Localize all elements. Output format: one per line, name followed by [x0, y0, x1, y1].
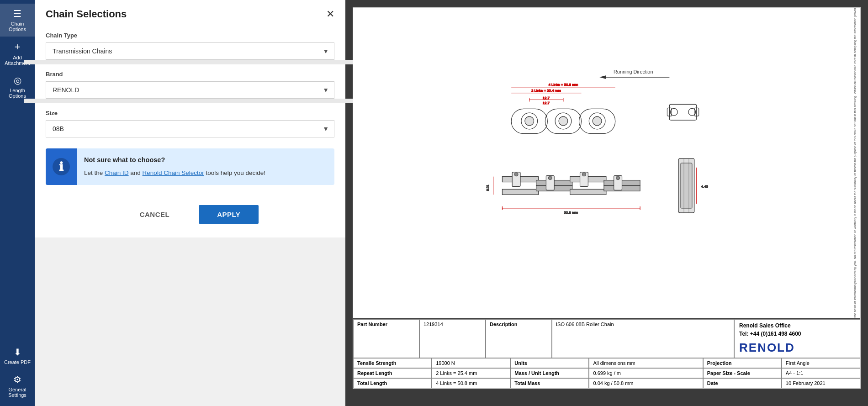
drawing-container: RENOLD Running Direction — [353, 7, 861, 389]
drawing-info-table: Part Number 1219314 Description ISO 606 … — [353, 318, 860, 388]
renold-logo-text: RENOLD — [739, 341, 855, 355]
main-area: Chain Selections ✕ Chain Type Transmissi… — [35, 0, 868, 406]
chain-drawing-svg: Running Direction — [353, 8, 850, 318]
brand-select[interactable]: RENOLD — [46, 81, 334, 99]
svg-text:2 Links = 25.4 mm: 2 Links = 25.4 mm — [531, 89, 561, 93]
tbl-part-number-label: Part Number — [353, 319, 419, 358]
tbl-paper-label: Paper Size - Scale — [703, 368, 782, 378]
svg-marker-1 — [599, 75, 606, 79]
sidebar-label-length-options: Length Options — [3, 88, 32, 99]
tbl-description-value: ISO 606 08B Roller Chain — [552, 319, 734, 358]
table-row-3: Repeat Length 2 Links = 25.4 mm Mass / U… — [353, 368, 860, 378]
sidebar-item-general-settings[interactable]: General Settings — [0, 369, 35, 402]
info-body-mid: and — [129, 169, 143, 176]
svg-text:8.51: 8.51 — [486, 185, 489, 191]
modal-dialog: Chain Selections ✕ Chain Type Transmissi… — [35, 0, 345, 237]
svg-point-9 — [559, 116, 568, 126]
field-divider-2 — [24, 99, 356, 103]
table-row-1: Part Number 1219314 Description ISO 606 … — [353, 319, 860, 358]
tbl-projection-label: Projection — [703, 358, 782, 368]
size-label: Size — [46, 103, 334, 120]
tbl-mass-unit-value: 0.699 kg / m — [589, 368, 703, 378]
tbl-date-value: 10 February 2021 — [782, 378, 860, 388]
renold-sales-label: Renold Sales Office — [739, 322, 855, 329]
plus-icon — [15, 41, 21, 53]
tbl-repeat-value: 2 Links = 25.4 mm — [432, 368, 510, 378]
svg-point-29 — [514, 173, 518, 176]
chain-type-select[interactable]: Transmission Chains — [46, 42, 334, 60]
tbl-total-length-value: 4 Links = 50.8 mm — [432, 378, 510, 388]
chain-type-label: Chain Type — [46, 26, 334, 42]
svg-point-23 — [688, 108, 696, 116]
tbl-total-length-label: Total Length — [353, 378, 432, 388]
tbl-mass-unit-label: Mass / Unit Length — [510, 368, 589, 378]
tbl-tensile-value: 19000 N — [432, 358, 510, 368]
modal-body-3: Size 08B ▼ ℹ Not sure what to choose? — [35, 103, 345, 185]
search-icon — [14, 75, 21, 86]
brand-group: Brand RENOLD ▼ — [46, 64, 334, 99]
sidebar-item-add-attachment[interactable]: Add Attachment — [0, 37, 35, 70]
vertical-copyright-text: © Renold PLC 2021. Version 3.2.0 rc0. Th… — [853, 8, 857, 318]
info-text-content: Not sure what to choose? Let the Chain I… — [77, 148, 273, 185]
svg-text:Running Direction: Running Direction — [614, 69, 653, 74]
tbl-date-label: Date — [703, 378, 782, 388]
modal-body-2: Brand RENOLD ▼ — [35, 64, 345, 99]
modal-footer: CANCEL APPLY — [35, 196, 345, 237]
svg-rect-27 — [502, 189, 538, 195]
size-select[interactable]: 08B — [46, 120, 334, 137]
brand-label: Brand — [46, 64, 334, 81]
info-icon-column: ℹ — [46, 148, 77, 185]
size-group: Size 08B ▼ — [46, 103, 334, 137]
vertical-text-area: © Renold PLC 2021. Version 3.2.0 rc0. Th… — [850, 8, 860, 318]
info-box: ℹ Not sure what to choose? Let the Chain… — [46, 148, 334, 185]
close-button[interactable]: ✕ — [326, 9, 334, 19]
modal-title: Chain Selections — [46, 8, 127, 20]
svg-point-11 — [593, 116, 602, 126]
renold-phone: Tel: +44 (0)161 498 4600 — [739, 331, 855, 337]
svg-point-33 — [548, 176, 552, 180]
svg-text:4.45: 4.45 — [701, 185, 709, 189]
info-body-suffix: tools help you decide! — [204, 169, 265, 176]
drawing-main-area: RENOLD Running Direction — [353, 8, 860, 318]
sidebar-item-create-pdf[interactable]: Create PDF — [0, 342, 35, 369]
info-icon: ℹ — [53, 158, 70, 175]
field-divider-1 — [24, 60, 356, 64]
renold-chain-selector-link[interactable]: Renold Chain Selector — [143, 169, 204, 176]
svg-point-7 — [525, 116, 534, 126]
download-icon — [14, 347, 21, 358]
svg-text:12.7: 12.7 — [543, 101, 550, 105]
tbl-part-number-value: 1219314 — [419, 319, 486, 358]
tbl-units-value: All dimensions mm — [589, 358, 703, 368]
chain-type-group: Chain Type Transmission Chains ▼ — [46, 26, 334, 60]
cancel-button[interactable]: CANCEL — [122, 205, 188, 224]
modal-body: Chain Type Transmission Chains ▼ — [35, 26, 345, 60]
svg-text:50.8 mm: 50.8 mm — [564, 211, 578, 215]
svg-text:12.7: 12.7 — [543, 96, 550, 100]
drawing-panel: RENOLD Running Direction — [345, 0, 868, 406]
apply-button[interactable]: APPLY — [199, 205, 259, 224]
svg-point-41 — [616, 176, 620, 180]
info-heading: Not sure what to choose? — [84, 155, 265, 165]
size-select-wrapper: 08B ▼ — [46, 120, 334, 137]
hamburger-icon — [13, 8, 21, 19]
modal-header: Chain Selections ✕ — [35, 0, 345, 26]
chain-id-link[interactable]: Chain ID — [105, 169, 129, 176]
table-row-4: Total Length 4 Links = 50.8 mm Total Mas… — [353, 378, 860, 388]
sidebar-label-create-pdf: Create PDF — [4, 359, 31, 365]
svg-rect-49 — [681, 163, 692, 208]
svg-point-37 — [582, 173, 586, 176]
sidebar-item-chain-options[interactable]: Chain Options — [0, 4, 35, 37]
sidebar-label-general-settings: General Settings — [3, 387, 32, 398]
tbl-total-mass-value: 0.04 kg / 50.8 mm — [589, 378, 703, 388]
tbl-total-mass-label: Total Mass — [510, 378, 589, 388]
chain-type-select-wrapper: Transmission Chains ▼ — [46, 42, 334, 60]
renold-info-cell: Renold Sales Office Tel: +44 (0)161 498 … — [734, 319, 860, 358]
info-body-prefix: Let the — [84, 169, 105, 176]
sidebar-label-chain-options: Chain Options — [3, 21, 32, 32]
brand-select-wrapper: RENOLD ▼ — [46, 81, 334, 99]
svg-rect-21 — [669, 104, 696, 120]
tbl-description-label: Description — [486, 319, 552, 358]
tbl-repeat-label: Repeat Length — [353, 368, 432, 378]
svg-text:4 Links = 50.8 mm: 4 Links = 50.8 mm — [549, 83, 578, 87]
gear-icon — [13, 374, 21, 385]
